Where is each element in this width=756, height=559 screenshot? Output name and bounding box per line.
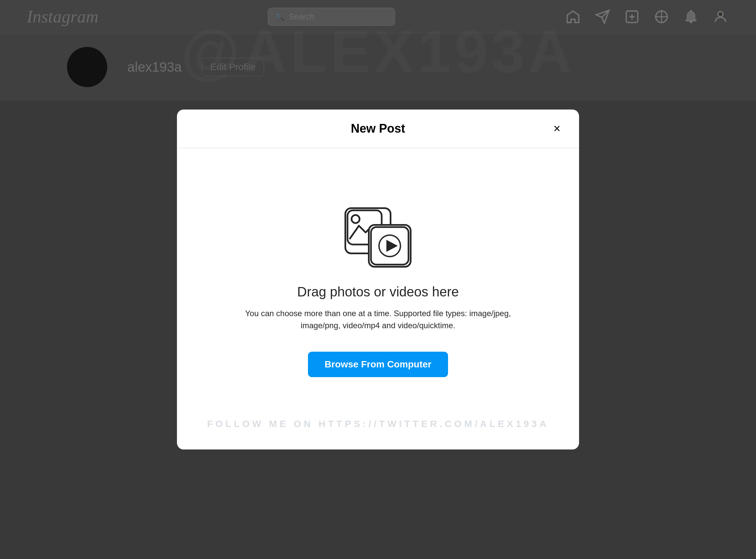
new-post-modal: New Post × xyxy=(177,110,579,449)
drag-subtitle: You can choose more than one at a time. … xyxy=(244,308,512,332)
modal-title: New Post xyxy=(351,121,405,136)
modal-body: Drag photos or videos here You can choos… xyxy=(177,148,579,449)
video-icon xyxy=(368,224,411,268)
modal-header: New Post × xyxy=(177,110,579,148)
close-button[interactable]: × xyxy=(548,120,566,137)
modal-watermark: FOLLOW ME ON HTTPS://TWITTER.COM/ALEX193… xyxy=(177,419,579,429)
drag-title: Drag photos or videos here xyxy=(297,284,459,299)
modal-overlay: New Post × xyxy=(0,0,756,559)
media-upload-icon xyxy=(345,207,411,268)
browse-from-computer-button[interactable]: Browse From Computer xyxy=(308,352,448,377)
